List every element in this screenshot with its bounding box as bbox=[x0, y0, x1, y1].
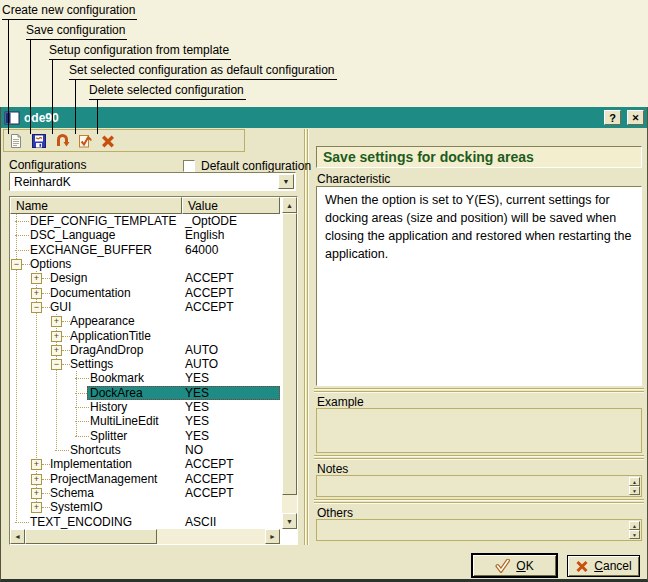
arrow-up-icon[interactable]: ▲ bbox=[629, 521, 640, 530]
collapse-toggle-icon[interactable]: − bbox=[51, 359, 62, 370]
tree-branch-line bbox=[42, 479, 50, 480]
tree-row[interactable]: +DesignACCEPT bbox=[10, 271, 280, 285]
example-text-box bbox=[316, 408, 642, 453]
tree-item-name: Appearance bbox=[70, 314, 135, 328]
scroll-down-button[interactable]: ▼ bbox=[282, 513, 297, 529]
others-text-box: ▲ ▼ bbox=[316, 519, 642, 541]
arrow-down-icon[interactable]: ▼ bbox=[629, 530, 640, 539]
setup-from-template-button[interactable] bbox=[53, 132, 70, 149]
cancel-x-icon bbox=[575, 559, 589, 573]
section-splitter[interactable] bbox=[314, 499, 644, 504]
default-configuration-label: Default configuration bbox=[201, 159, 311, 173]
tree-item-name: Settings bbox=[70, 357, 113, 371]
tree-row[interactable]: DockAreaYES bbox=[10, 386, 280, 400]
tree-row[interactable]: +ApplicationTitle bbox=[10, 329, 280, 343]
tree-row[interactable]: +SystemIO bbox=[10, 500, 280, 514]
tree-branch-line bbox=[15, 235, 29, 236]
tree-row[interactable]: EXCHANGE_BUFFER64000 bbox=[10, 243, 280, 257]
tree-row[interactable]: BookmarkYES bbox=[10, 371, 280, 385]
tree-item-name: DEF_CONFIG_TEMPLATE bbox=[30, 214, 176, 228]
tree-branch-line bbox=[62, 336, 70, 337]
expand-toggle-icon[interactable]: + bbox=[31, 273, 42, 284]
cancel-button-label: Cancel bbox=[594, 559, 631, 573]
check-icon bbox=[495, 559, 511, 573]
annotation-setup-template: Setup configuration from template bbox=[49, 43, 231, 60]
expand-toggle-icon[interactable]: + bbox=[31, 502, 42, 513]
tree-branch-line bbox=[62, 364, 70, 365]
tree-row[interactable]: +ImplementationACCEPT bbox=[10, 457, 280, 471]
tree-row[interactable]: +SchemaACCEPT bbox=[10, 486, 280, 500]
others-scrollbar[interactable]: ▲ ▼ bbox=[629, 521, 640, 539]
panel-splitter[interactable] bbox=[304, 129, 309, 545]
tree-row[interactable]: ShortcutsNO bbox=[10, 443, 280, 457]
combobox-dropdown-button[interactable]: ▼ bbox=[278, 174, 294, 189]
tree-row[interactable]: +Appearance bbox=[10, 314, 280, 328]
section-splitter[interactable] bbox=[314, 455, 644, 460]
ok-button[interactable]: OK bbox=[471, 553, 558, 578]
expand-toggle-icon[interactable]: + bbox=[31, 459, 42, 470]
scroll-up-button[interactable]: ▲ bbox=[282, 197, 297, 213]
expand-toggle-icon[interactable]: + bbox=[51, 345, 62, 356]
tree-item-value: 64000 bbox=[185, 243, 218, 257]
expand-toggle-icon[interactable]: + bbox=[31, 488, 42, 499]
arrow-up-icon[interactable]: ▲ bbox=[629, 477, 640, 486]
tree-row[interactable]: +DocumentationACCEPT bbox=[10, 286, 280, 300]
arrow-left-icon: ◄ bbox=[14, 533, 21, 540]
chevron-down-icon: ▼ bbox=[283, 178, 290, 185]
tree-row[interactable]: +DragAndDropAUTO bbox=[10, 343, 280, 357]
expand-toggle-icon[interactable]: + bbox=[31, 474, 42, 485]
section-splitter[interactable] bbox=[314, 388, 644, 393]
horizontal-scrollbar-thumb[interactable] bbox=[25, 529, 157, 544]
tree-row[interactable]: −GUIACCEPT bbox=[10, 300, 280, 314]
scroll-right-button[interactable]: ► bbox=[265, 529, 280, 544]
tree-item-name: Documentation bbox=[50, 286, 131, 300]
column-header-name[interactable]: Name bbox=[10, 197, 182, 214]
column-header-value[interactable]: Value bbox=[182, 197, 280, 214]
save-configuration-button[interactable] bbox=[30, 132, 47, 149]
cancel-button[interactable]: Cancel bbox=[567, 555, 640, 577]
tree-row[interactable]: MultiLineEditYES bbox=[10, 414, 280, 428]
tree-item-name: Shortcuts bbox=[70, 443, 121, 457]
tree-row[interactable]: −Options bbox=[10, 257, 280, 271]
characteristic-text-box: When the option is set to Y(ES), current… bbox=[316, 186, 642, 386]
tree-row[interactable]: TEXT_ENCODINGASCII bbox=[10, 515, 280, 529]
collapse-toggle-icon[interactable]: − bbox=[11, 259, 22, 270]
tree-row[interactable]: SplitterYES bbox=[10, 429, 280, 443]
help-button[interactable]: ? bbox=[604, 110, 621, 125]
tree-item-name: GUI bbox=[50, 300, 71, 314]
arrow-up-icon: ▲ bbox=[286, 202, 293, 209]
tree-branch-line bbox=[42, 493, 50, 494]
tree-item-value: ACCEPT bbox=[185, 486, 234, 500]
tree-branch-line bbox=[55, 450, 69, 451]
vertical-scrollbar-thumb[interactable] bbox=[282, 213, 297, 495]
tree-branch-line bbox=[42, 307, 50, 308]
delete-configuration-button[interactable] bbox=[99, 132, 116, 149]
tree-item-name: Options bbox=[30, 257, 71, 271]
configuration-combobox[interactable]: ReinhardK ▼ bbox=[9, 172, 296, 191]
tree-row[interactable]: −SettingsAUTO bbox=[10, 357, 280, 371]
delete-x-icon bbox=[100, 133, 116, 149]
tree-row[interactable]: HistoryYES bbox=[10, 400, 280, 414]
tree-item-name: ProjectManagement bbox=[50, 472, 157, 486]
expand-toggle-icon[interactable]: + bbox=[31, 288, 42, 299]
save-floppy-icon bbox=[31, 133, 47, 149]
collapse-toggle-icon[interactable]: − bbox=[31, 302, 42, 313]
new-configuration-button[interactable] bbox=[7, 132, 24, 149]
close-button[interactable]: ✕ bbox=[627, 110, 644, 125]
tree-row[interactable]: DEF_CONFIG_TEMPLATE_OptODE bbox=[10, 214, 280, 228]
tree-row[interactable]: +ProjectManagementACCEPT bbox=[10, 472, 280, 486]
tree-branch-line bbox=[62, 321, 70, 322]
set-default-configuration-button[interactable] bbox=[76, 132, 93, 149]
tree-row[interactable]: DSC_LanguageEnglish bbox=[10, 228, 280, 242]
notes-scrollbar[interactable]: ▲ ▼ bbox=[629, 477, 640, 495]
tree-horizontal-scrollbar[interactable]: ◄ ► bbox=[10, 529, 280, 544]
expand-toggle-icon[interactable]: + bbox=[51, 316, 62, 327]
default-configuration-checkbox[interactable] bbox=[183, 160, 195, 172]
tree-branch-line bbox=[75, 407, 89, 408]
tree-item-value: ASCII bbox=[185, 515, 216, 529]
arrow-down-icon[interactable]: ▼ bbox=[629, 486, 640, 495]
scroll-left-button[interactable]: ◄ bbox=[10, 529, 25, 544]
tree-vertical-scrollbar[interactable]: ▲ ▼ bbox=[282, 197, 297, 529]
tree-item-name: Splitter bbox=[90, 429, 127, 443]
expand-toggle-icon[interactable]: + bbox=[51, 331, 62, 342]
